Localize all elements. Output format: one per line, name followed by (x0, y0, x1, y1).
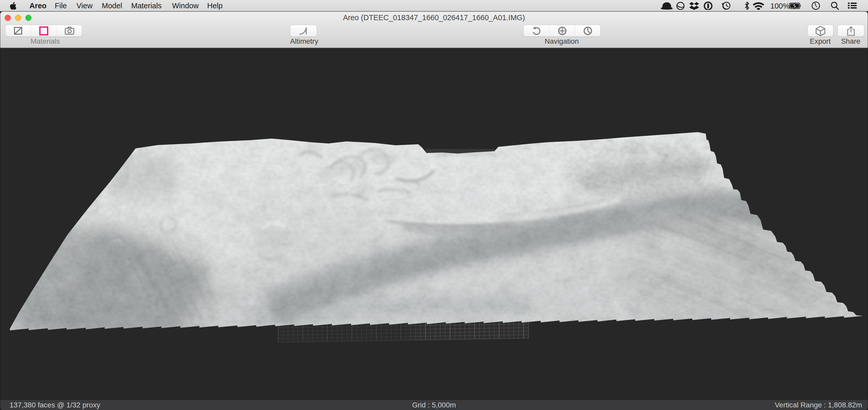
svg-text:100%: 100% (770, 2, 789, 10)
